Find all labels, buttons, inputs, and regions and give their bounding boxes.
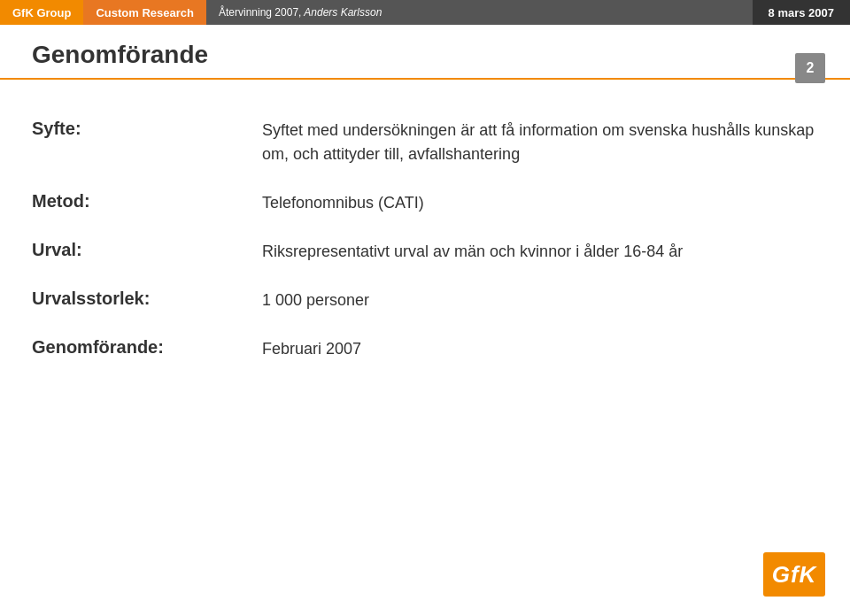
topbar-presentation-title: Återvinning 2007, Anders Karlsson	[206, 0, 753, 25]
table-row: Genomförande:Februari 2007	[32, 325, 818, 373]
gfk-group-label: GfK Group	[12, 6, 71, 19]
presentation-title: Återvinning 2007,	[219, 6, 301, 19]
slide-number-value: 2	[807, 60, 815, 76]
page-header: Genomförande	[0, 25, 850, 80]
row-label: Urvalsstorlek:	[32, 276, 262, 325]
custom-research-label: Custom Research	[96, 6, 194, 19]
row-value: Syftet med undersökningen är att få info…	[262, 106, 818, 179]
row-label: Metod:	[32, 179, 262, 227]
presentation-author: Anders Karlsson	[301, 6, 382, 19]
content-table: Syfte:Syftet med undersökningen är att f…	[32, 106, 818, 373]
row-value: Riksrepresentativt urval av män och kvin…	[262, 227, 818, 276]
gfk-logo: GfK	[763, 552, 825, 597]
row-value: 1 000 personer	[262, 276, 818, 325]
presentation-title-text: Återvinning 2007, Anders Karlsson	[219, 6, 382, 19]
page-title: Genomförande	[32, 41, 208, 68]
topbar-gfk-group: GfK Group	[0, 0, 83, 25]
table-row: Metod:Telefonomnibus (CATI)	[32, 179, 818, 227]
row-label: Urval:	[32, 227, 262, 276]
row-value: Telefonomnibus (CATI)	[262, 179, 818, 227]
row-label: Syfte:	[32, 106, 262, 179]
row-label: Genomförande:	[32, 325, 262, 373]
topbar-date: 8 mars 2007	[753, 0, 850, 25]
table-row: Urval:Riksrepresentativt urval av män oc…	[32, 227, 818, 276]
topbar: GfK Group Custom Research Återvinning 20…	[0, 0, 850, 25]
table-row: Syfte:Syftet med undersökningen är att f…	[32, 106, 818, 179]
topbar-custom-research: Custom Research	[83, 0, 206, 25]
slide-number: 2	[795, 53, 825, 83]
table-row: Urvalsstorlek:1 000 personer	[32, 276, 818, 325]
main-content: Syfte:Syftet med undersökningen är att f…	[0, 80, 850, 391]
date-label: 8 mars 2007	[769, 6, 834, 19]
row-value: Februari 2007	[262, 325, 818, 373]
gfk-logo-text: GfK	[772, 561, 817, 589]
